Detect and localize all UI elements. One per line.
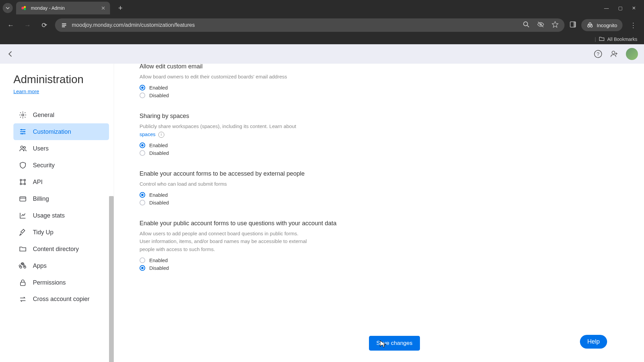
spaces-link[interactable]: spaces bbox=[140, 131, 156, 137]
search-icon[interactable] bbox=[523, 21, 530, 29]
radio-icon bbox=[140, 192, 145, 198]
sidebar-item-billing[interactable]: Billing bbox=[13, 190, 109, 207]
section-title: Allow edit custom email bbox=[140, 64, 614, 70]
svg-point-19 bbox=[21, 146, 23, 148]
incognito-icon bbox=[587, 22, 593, 28]
folder-icon bbox=[19, 245, 27, 253]
reload-button[interactable]: ⟳ bbox=[38, 19, 50, 31]
svg-point-6 bbox=[524, 22, 528, 26]
url-text: moodjoy.monday.com/admin/customization/f… bbox=[72, 22, 195, 28]
sidebar-item-api[interactable]: API bbox=[13, 174, 109, 190]
forward-button[interactable]: → bbox=[21, 19, 34, 31]
back-button[interactable]: ← bbox=[5, 19, 17, 31]
sidebar-item-security[interactable]: Security bbox=[13, 157, 109, 174]
radio-enabled[interactable]: Enabled bbox=[140, 141, 614, 149]
svg-rect-25 bbox=[20, 197, 26, 201]
eye-off-icon[interactable] bbox=[537, 21, 544, 29]
chart-icon bbox=[19, 212, 27, 220]
radio-icon bbox=[140, 265, 145, 271]
minimize-icon[interactable]: — bbox=[604, 5, 609, 11]
app-header: ? bbox=[0, 44, 644, 64]
maximize-icon[interactable]: ▢ bbox=[618, 5, 623, 11]
radio-enabled[interactable]: Enabled bbox=[140, 84, 614, 92]
favicon-icon bbox=[21, 5, 28, 11]
page-title: Administration bbox=[13, 73, 109, 86]
help-button[interactable]: Help bbox=[580, 335, 607, 349]
apps-icon bbox=[19, 262, 27, 270]
section-title: Enable your public account forms to use … bbox=[140, 220, 614, 227]
settings-content: Allow edit custom email Allow board owne… bbox=[114, 64, 644, 362]
radio-icon bbox=[140, 142, 145, 148]
learn-more-link[interactable]: Learn more bbox=[13, 88, 39, 94]
radio-enabled[interactable]: Enabled bbox=[140, 191, 614, 199]
window-controls: — ▢ ✕ bbox=[596, 0, 644, 16]
svg-point-14 bbox=[612, 51, 615, 54]
sidebar-item-customization[interactable]: Customization bbox=[13, 123, 109, 140]
radio-icon bbox=[140, 257, 145, 263]
radio-icon bbox=[140, 150, 145, 156]
plug-icon bbox=[19, 178, 27, 186]
scrollbar-thumb[interactable] bbox=[109, 196, 114, 362]
section-title: Enable your account forms to be accessed… bbox=[140, 170, 614, 177]
sidebar-item-content-directory[interactable]: Content directory bbox=[13, 241, 109, 257]
radio-icon bbox=[140, 93, 145, 98]
svg-rect-29 bbox=[20, 282, 25, 286]
sidebar-item-general[interactable]: General bbox=[13, 107, 109, 123]
tab-title: monday - Admin bbox=[31, 5, 65, 11]
svg-point-1 bbox=[24, 6, 26, 8]
lock-icon bbox=[19, 279, 27, 287]
svg-point-10 bbox=[588, 25, 590, 27]
sidebar-item-cross-account-copier[interactable]: Cross account copier bbox=[13, 291, 109, 308]
svg-point-18 bbox=[21, 133, 23, 134]
url-field[interactable]: moodjoy.monday.com/admin/customization/f… bbox=[55, 18, 565, 32]
star-icon[interactable] bbox=[552, 21, 558, 29]
svg-point-2 bbox=[24, 8, 26, 10]
sidebar-item-usage-stats[interactable]: Usage stats bbox=[13, 207, 109, 224]
close-icon[interactable]: ✕ bbox=[101, 5, 105, 11]
invite-icon[interactable] bbox=[610, 50, 619, 58]
section-title: Sharing by spaces bbox=[140, 113, 614, 120]
radio-disabled[interactable]: Disabled bbox=[140, 199, 614, 206]
sidebar-item-apps[interactable]: Apps bbox=[13, 257, 109, 274]
sidebar-item-tidy-up[interactable]: Tidy Up bbox=[13, 224, 109, 241]
radio-disabled[interactable]: Disabled bbox=[140, 149, 614, 157]
site-settings-icon[interactable] bbox=[61, 22, 67, 28]
avatar[interactable] bbox=[626, 48, 638, 60]
admin-page: Administration Learn more General Custom… bbox=[0, 64, 644, 362]
all-bookmarks-link[interactable]: All Bookmarks bbox=[607, 37, 637, 42]
svg-point-16 bbox=[21, 129, 22, 130]
sidebar-item-users[interactable]: Users bbox=[13, 140, 109, 157]
incognito-badge[interactable]: Incognito bbox=[581, 19, 623, 31]
svg-point-11 bbox=[590, 25, 592, 27]
folder-icon bbox=[599, 36, 605, 43]
tab-search-dropdown[interactable] bbox=[3, 3, 13, 13]
svg-point-22 bbox=[24, 179, 25, 181]
sidebar-item-permissions[interactable]: Permissions bbox=[13, 274, 109, 291]
url-right-icons bbox=[523, 21, 558, 29]
help-icon[interactable]: ? bbox=[594, 50, 602, 58]
new-tab-button[interactable]: + bbox=[115, 2, 126, 14]
browser-tab[interactable]: monday - Admin ✕ bbox=[16, 2, 110, 14]
card-icon bbox=[19, 195, 27, 203]
close-window-icon[interactable]: ✕ bbox=[632, 5, 636, 11]
radio-disabled[interactable]: Disabled bbox=[140, 92, 614, 99]
save-button[interactable]: Save changes bbox=[369, 336, 420, 351]
radio-enabled[interactable]: Enabled bbox=[140, 256, 614, 264]
kebab-menu-icon[interactable]: ⋮ bbox=[627, 19, 639, 31]
sidebar-scrollbar[interactable] bbox=[109, 196, 114, 362]
back-arrow-icon[interactable] bbox=[6, 50, 15, 58]
svg-rect-4 bbox=[62, 25, 66, 26]
svg-rect-5 bbox=[62, 26, 65, 27]
bookmarks-bar: | All Bookmarks bbox=[0, 34, 644, 44]
info-icon[interactable]: i bbox=[158, 132, 164, 138]
svg-rect-9 bbox=[574, 22, 576, 27]
gear-icon bbox=[19, 111, 27, 119]
svg-point-15 bbox=[22, 114, 24, 116]
svg-rect-3 bbox=[62, 23, 66, 24]
swap-icon bbox=[19, 295, 27, 303]
radio-icon bbox=[140, 85, 145, 90]
section-description: Control who can load and submit forms bbox=[140, 180, 307, 188]
side-panel-icon[interactable] bbox=[569, 21, 577, 29]
address-bar: ← → ⟳ moodjoy.monday.com/admin/customiza… bbox=[0, 16, 644, 34]
radio-disabled[interactable]: Disabled bbox=[140, 264, 614, 272]
